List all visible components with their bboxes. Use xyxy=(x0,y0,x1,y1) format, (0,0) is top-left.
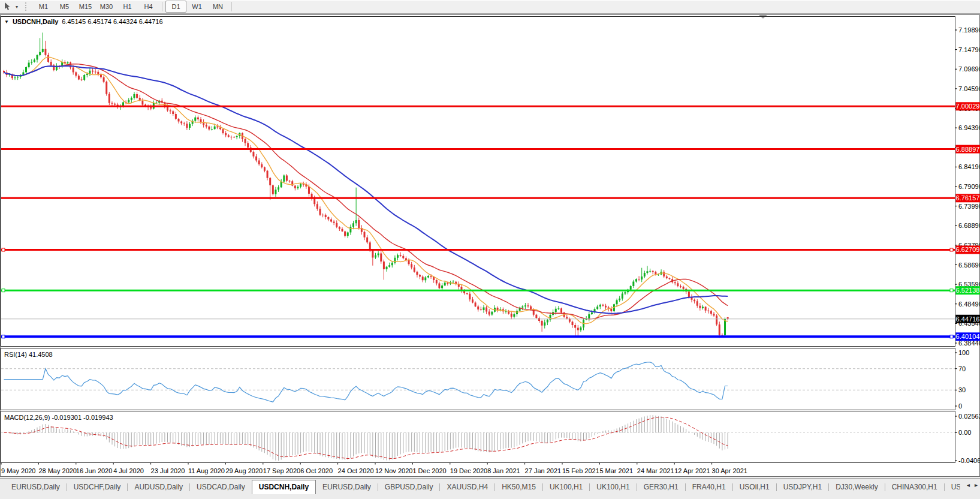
symbol-tab-fra40-h1[interactable]: FRA40,H1 xyxy=(686,480,732,494)
svg-text:6.44716: 6.44716 xyxy=(956,315,980,323)
timeframe-button-mn[interactable]: MN xyxy=(207,1,228,13)
price-badge-6.40104: 6.40104 xyxy=(956,332,980,341)
date-axis-label: 19 Dec 2020 xyxy=(450,467,487,474)
hline-handle[interactable] xyxy=(2,248,5,251)
hline-handle[interactable] xyxy=(950,248,953,251)
symbol-tab-gbpusd-daily[interactable]: GBPUSD,Daily xyxy=(378,480,440,494)
date-axis-label: 1 Dec 2020 xyxy=(412,467,446,474)
hline-handle[interactable] xyxy=(2,335,5,338)
toolbar-separator xyxy=(162,2,162,11)
symbol-tab-uk100-h1[interactable]: UK100,H1 xyxy=(543,480,589,494)
price-axis-label: 6.48490 xyxy=(958,300,980,308)
rsi-axis-label: 0 xyxy=(958,402,962,410)
price-axis-label: 6.79090 xyxy=(958,183,980,190)
toolbar-separator xyxy=(231,2,232,11)
svg-text:6.40104: 6.40104 xyxy=(956,333,980,340)
symbol-tab-eurusd-daily[interactable]: EURUSD,Daily xyxy=(5,480,67,494)
tab-scroll-right-button[interactable]: ▸ xyxy=(973,482,979,488)
price-axis-label: 6.58690 xyxy=(958,261,980,269)
chart-canvas[interactable]: 7.198907.147907.096907.045906.994906.943… xyxy=(0,14,980,477)
date-axis-label: 5 Mar 2021 xyxy=(599,467,633,474)
price-axis-label: 7.14790 xyxy=(958,46,980,53)
symbol-tab-usdcnh-daily[interactable]: USDCNH,Daily xyxy=(252,480,316,494)
macd-axis-label: 0.025623 xyxy=(958,413,980,420)
macd-axis-label: 0.00 xyxy=(958,429,971,436)
symbol-tab-usoil-h1[interactable]: USOil,H1 xyxy=(733,480,776,494)
rsi-axis-label: 30 xyxy=(958,386,966,393)
svg-text:6.52138: 6.52138 xyxy=(956,287,980,294)
timeframe-button-h4[interactable]: H4 xyxy=(138,1,159,13)
symbol-tab-dj30-weekly[interactable]: DJ30,Weekly xyxy=(829,480,884,494)
rsi-indicator-label: RSI(14) 41.4508 xyxy=(4,351,53,358)
svg-text:6.76157: 6.76157 xyxy=(956,194,980,202)
timeframe-button-d1[interactable]: D1 xyxy=(165,1,186,13)
hline-handle[interactable] xyxy=(2,289,5,292)
macd-indicator-label: MACD(12,26,9) -0.019301 -0.019943 xyxy=(4,414,113,421)
date-axis-label: 23 Jul 2020 xyxy=(151,467,185,474)
timeframe-button-m15[interactable]: M15 xyxy=(75,1,96,13)
symbol-tab-hk50-m15[interactable]: HK50,M15 xyxy=(495,480,542,494)
chart-ohlc-values: 6.45145 6.45174 6.44324 6.44716 xyxy=(62,18,162,25)
svg-text:6.62709: 6.62709 xyxy=(956,246,980,253)
date-axis-label: 9 May 2020 xyxy=(1,467,35,474)
symbol-tab-usc[interactable]: USC xyxy=(945,480,960,494)
hline-handle[interactable] xyxy=(950,289,953,292)
symbol-tab-ger30-h1[interactable]: GER30,H1 xyxy=(637,480,685,494)
symbol-tab-uk100-h1[interactable]: UK100,H1 xyxy=(590,480,636,494)
date-axis-label: 30 Apr 2021 xyxy=(712,467,747,474)
toolbar-dropdown-caret-icon[interactable]: ▾ xyxy=(13,1,20,12)
price-axis-label: 7.09690 xyxy=(958,65,980,73)
date-axis-label: 12 Apr 2021 xyxy=(674,467,710,474)
rsi-axis-label: 100 xyxy=(958,349,969,356)
price-axis-label: 6.94390 xyxy=(958,124,980,131)
cursor-tool-icon[interactable] xyxy=(1,1,13,12)
date-axis-label: 15 Feb 2021 xyxy=(562,467,599,474)
date-axis-label: 28 May 2020 xyxy=(38,467,77,474)
symbol-tab-xauusd-h4[interactable]: XAUUSD,H4 xyxy=(440,480,494,494)
price-badge-6.88897: 6.88897 xyxy=(956,145,980,154)
price-badge-6.44716: 6.44716 xyxy=(956,315,980,323)
price-axis-label: 6.68890 xyxy=(958,222,980,229)
date-axis-label: 6 Oct 2020 xyxy=(300,467,333,474)
date-axis-label: 24 Mar 2021 xyxy=(637,467,674,474)
symbol-tab-audusd-daily[interactable]: AUDUSD,Daily xyxy=(128,480,189,494)
date-axis-label: 12 Nov 2020 xyxy=(375,467,412,474)
date-axis-label: 24 Oct 2020 xyxy=(338,467,374,474)
price-axis-label: 7.19890 xyxy=(958,26,980,34)
timeframe-button-m1[interactable]: M1 xyxy=(33,1,54,13)
symbol-tab-usdjpy-h1[interactable]: USDJPY,H1 xyxy=(777,480,828,494)
price-badge-6.62709: 6.62709 xyxy=(956,245,980,254)
timeframe-button-h1[interactable]: H1 xyxy=(117,1,138,13)
timeframe-button-m5[interactable]: M5 xyxy=(54,1,75,13)
hline-handle[interactable] xyxy=(950,335,953,338)
date-axis-label: 27 Jan 2021 xyxy=(525,467,562,474)
timeframe-toolbar: ▾ M1M5M15M30H1H4D1W1MN xyxy=(0,0,980,14)
price-axis-label: 7.04590 xyxy=(958,85,980,92)
symbol-tab-usdcad-daily[interactable]: USDCAD,Daily xyxy=(190,480,252,494)
chart-title: ▼ USDCNH,Daily 6.45145 6.45174 6.44324 6… xyxy=(4,18,163,25)
chart-collapse-icon[interactable]: ▼ xyxy=(4,19,9,25)
symbol-tab-usdchf-daily[interactable]: USDCHF,Daily xyxy=(67,480,128,494)
symbol-tab-eurusd-daily[interactable]: EURUSD,Daily xyxy=(316,480,378,494)
price-axis-label: 6.73990 xyxy=(958,203,980,210)
symbol-tab-china300-h1[interactable]: CHINA300,H1 xyxy=(885,480,944,494)
timeframe-button-w1[interactable]: W1 xyxy=(186,1,207,13)
tab-scroll-left-button[interactable]: ◂ xyxy=(966,482,971,488)
date-axis-label: 8 Jan 2021 xyxy=(487,467,520,474)
svg-text:6.88897: 6.88897 xyxy=(956,146,980,153)
tab-scroll-arrows: ◂ ▸ xyxy=(966,482,979,488)
timeframe-button-m30[interactable]: M30 xyxy=(96,1,117,13)
symbol-tab-bar: EURUSD,DailyUSDCHF,DailyAUDUSD,DailyUSDC… xyxy=(0,478,980,499)
date-axis-label: 11 Aug 2020 xyxy=(188,467,225,474)
toolbar-grip[interactable] xyxy=(25,2,29,11)
date-axis-label: 17 Sep 2020 xyxy=(263,467,300,474)
price-badge-6.76157: 6.76157 xyxy=(956,194,980,202)
date-axis-label: 4 Jul 2020 xyxy=(113,467,144,474)
chart-symbol-label: USDCNH,Daily xyxy=(13,18,58,25)
macd-axis-label: -0.04068 xyxy=(958,457,980,464)
date-axis-label: 16 Jun 2020 xyxy=(76,467,113,474)
price-badge-6.52138: 6.52138 xyxy=(956,286,980,294)
rsi-axis-label: 70 xyxy=(958,365,966,372)
svg-text:7.00029: 7.00029 xyxy=(956,103,980,110)
price-badge-7.00029: 7.00029 xyxy=(956,102,980,110)
